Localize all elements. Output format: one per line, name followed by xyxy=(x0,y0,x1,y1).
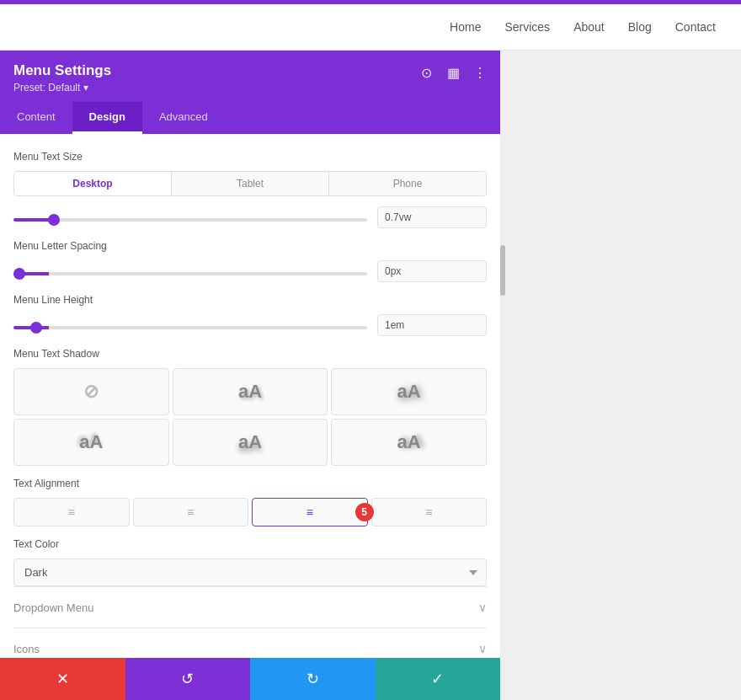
nav-services[interactable]: Services xyxy=(504,20,550,34)
shadow-text-4: aA xyxy=(238,431,262,453)
icons-chevron: ∨ xyxy=(478,642,487,655)
icons-title: Icons xyxy=(13,643,40,655)
shadow-text-1: aA xyxy=(238,381,262,403)
panel-preset[interactable]: Preset: Default ▾ xyxy=(13,82,487,94)
line-height-slider[interactable] xyxy=(13,326,367,329)
shadow-grid: ⊘ aA aA aA aA aA xyxy=(13,368,487,466)
shadow-option-3[interactable]: aA xyxy=(13,419,169,466)
resp-tab-phone[interactable]: Phone xyxy=(329,172,486,195)
align-center[interactable]: ≡ xyxy=(133,498,249,526)
tab-content[interactable]: Content xyxy=(0,102,72,134)
menu-text-size-label: Menu Text Size xyxy=(13,151,487,163)
panel-tabs: Content Design Advanced xyxy=(0,102,500,134)
shadow-option-4[interactable]: aA xyxy=(173,419,328,466)
text-size-value[interactable]: 0.7vw xyxy=(377,206,487,228)
confirm-button[interactable]: ✓ xyxy=(376,658,501,700)
dropdown-menu-header[interactable]: Dropdown Menu ∨ xyxy=(13,601,487,614)
shadow-option-1[interactable]: aA xyxy=(173,368,328,415)
right-content-area xyxy=(500,51,741,700)
nav-blog[interactable]: Blog xyxy=(628,20,652,34)
text-shadow-label: Menu Text Shadow xyxy=(13,348,487,360)
undo-button[interactable]: ↺ xyxy=(125,658,251,700)
text-size-slider[interactable] xyxy=(13,218,367,222)
action-bar: ✕ ↺ ↻ ✓ xyxy=(0,658,500,700)
no-shadow-icon: ⊘ xyxy=(83,381,99,403)
tab-advanced[interactable]: Advanced xyxy=(142,102,225,134)
nav-home[interactable]: Home xyxy=(450,20,481,34)
scrollbar-thumb xyxy=(500,245,505,296)
letter-spacing-value[interactable]: 0px xyxy=(377,260,487,282)
icons-section: Icons ∨ xyxy=(13,628,487,658)
letter-spacing-slider-row: 0px xyxy=(13,260,487,282)
align-right[interactable]: ≡ xyxy=(371,498,488,526)
dropdown-menu-title: Dropdown Menu xyxy=(13,601,93,614)
letter-spacing-label: Menu Letter Spacing xyxy=(13,240,487,252)
dropdown-menu-chevron: ∨ xyxy=(478,601,487,614)
align-left-icon: ≡ xyxy=(68,505,75,519)
letter-spacing-slider[interactable] xyxy=(13,272,367,275)
settings-panel: Menu Settings Preset: Default ▾ ⊙ ▦ ⋮ Co… xyxy=(0,51,500,700)
align-right-icon: ≡ xyxy=(425,505,432,519)
align-center-icon: ≡ xyxy=(187,505,194,519)
shadow-option-5[interactable]: aA xyxy=(331,419,487,466)
shadow-text-3: aA xyxy=(79,431,103,453)
shadow-text-5: aA xyxy=(397,431,421,453)
resp-tab-desktop[interactable]: Desktop xyxy=(14,172,172,195)
accent-bar xyxy=(0,0,741,4)
icons-header[interactable]: Icons ∨ xyxy=(13,642,487,655)
shadow-option-2[interactable]: aA xyxy=(331,368,487,415)
shadow-text-2: aA xyxy=(397,381,421,403)
badge-5: 5 xyxy=(355,503,374,521)
text-alignment-label: Text Alignment xyxy=(13,478,487,489)
redo-button[interactable]: ↻ xyxy=(250,658,376,700)
line-height-label: Menu Line Height xyxy=(13,294,487,306)
top-navigation: Home Services About Blog Contact xyxy=(0,4,741,51)
cancel-button[interactable]: ✕ xyxy=(0,658,125,700)
alignment-row: ≡ ≡ ≡ 5 ≡ xyxy=(13,498,487,526)
line-height-slider-row: 1em xyxy=(13,314,487,336)
align-justify[interactable]: ≡ 5 xyxy=(252,498,368,526)
scrollbar-track xyxy=(500,51,505,700)
text-size-slider-container xyxy=(13,210,367,225)
panel-body: Menu Text Size Desktop Tablet Phone 0.7v… xyxy=(0,134,500,658)
line-height-slider-container xyxy=(13,318,367,333)
panel-header: Menu Settings Preset: Default ▾ ⊙ ▦ ⋮ xyxy=(0,51,500,102)
text-color-select[interactable]: Dark Light Custom xyxy=(13,558,487,586)
resp-tab-tablet[interactable]: Tablet xyxy=(172,172,329,195)
fullscreen-icon[interactable]: ⊙ xyxy=(416,62,436,83)
responsive-tabs: Desktop Tablet Phone xyxy=(13,171,487,196)
shadow-none[interactable]: ⊘ xyxy=(13,368,169,415)
panel-header-icons: ⊙ ▦ ⋮ xyxy=(416,62,490,83)
nav-contact[interactable]: Contact xyxy=(675,20,716,34)
text-color-label: Text Color xyxy=(13,538,487,550)
tab-design[interactable]: Design xyxy=(72,102,142,134)
nav-about[interactable]: About xyxy=(573,20,605,34)
line-height-value[interactable]: 1em xyxy=(377,314,487,336)
more-options-icon[interactable]: ⋮ xyxy=(470,62,490,83)
align-justify-icon: ≡ xyxy=(307,505,313,519)
letter-spacing-slider-container xyxy=(13,264,367,279)
text-size-slider-row: 0.7vw xyxy=(13,206,487,228)
dropdown-menu-section: Dropdown Menu ∨ xyxy=(13,586,487,628)
columns-icon[interactable]: ▦ xyxy=(443,62,463,83)
align-left[interactable]: ≡ xyxy=(13,498,130,526)
